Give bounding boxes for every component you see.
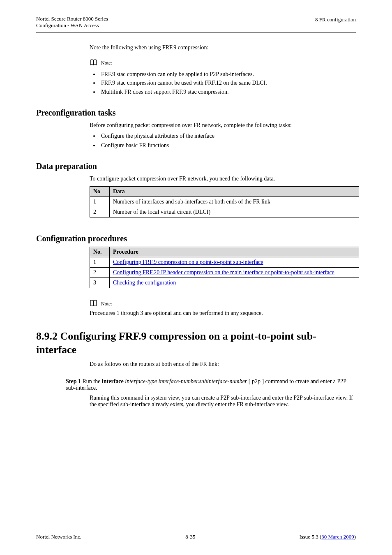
table-row: 3 Checking the configuration xyxy=(90,278,359,288)
table-row: 2 Number of the local virtual circuit (D… xyxy=(90,207,359,217)
preconfig-heading: Preconfiguration tasks xyxy=(36,108,356,118)
header-left-line1: Nortel Secure Router 8000 Series xyxy=(36,16,108,22)
cell-proc: Configuring FRF.20 IP header compression… xyxy=(110,268,359,278)
book-icon xyxy=(90,300,98,308)
preconfig-para: Before configuring packet compression ov… xyxy=(90,122,356,130)
table-row: 1 Configuring FRF.9 compression on a poi… xyxy=(90,257,359,268)
note-label: Note: xyxy=(101,60,112,66)
book-icon xyxy=(90,59,98,67)
footer-right: Issue 5.3 (30 March 2009) xyxy=(299,534,356,540)
cell-no: 2 xyxy=(90,268,110,278)
list-item: Configure the physical attributers of th… xyxy=(99,132,356,141)
note-list: FRF.9 stac compression can only be appli… xyxy=(99,70,356,97)
header-left: Nortel Secure Router 8000 Series Configu… xyxy=(36,16,108,29)
header-right: 8 FR configuration xyxy=(315,16,356,29)
note-label: Note: xyxy=(101,301,112,307)
cell-proc: Configuring FRF.9 compression on a point… xyxy=(110,257,359,268)
cell-data: Numbers of interfaces and sub-interfaces… xyxy=(110,197,359,207)
dataprep-heading: Data preparation xyxy=(36,162,356,171)
command-args: interface-type interface-number.subinter… xyxy=(124,378,247,384)
proc-link[interactable]: Checking the configuration xyxy=(113,280,176,286)
cell-no: 2 xyxy=(90,207,110,217)
step-prefix: Do as follows on the routers at both end… xyxy=(90,361,356,368)
note-block: Note: FRF.9 stac compression can only be… xyxy=(90,59,356,96)
proc-note-text: Procedures 1 through 3 are optional and … xyxy=(90,310,356,317)
cell-no: 1 xyxy=(90,257,110,268)
command-name: interface xyxy=(102,378,124,384)
dataprep-para: To configure packet compression over FR … xyxy=(90,175,356,183)
table-row: 1 Numbers of interfaces and sub-interfac… xyxy=(90,197,359,207)
header-right-line1: 8 FR configuration xyxy=(315,16,356,23)
step-1: Step 1 Run the interface interface-type … xyxy=(66,378,356,391)
confproc-table: No. Procedure 1 Configuring FRF.9 compre… xyxy=(90,247,359,288)
list-item: Configure basic FR functions xyxy=(99,141,356,150)
page-header: Nortel Secure Router 8000 Series Configu… xyxy=(0,0,392,32)
cell-data: Number of the local virtual circuit (DLC… xyxy=(110,207,359,217)
list-item: Multilink FR does not support FRF.9 stac… xyxy=(99,88,356,97)
footer-date-link[interactable]: 30 March 2009 xyxy=(321,534,354,540)
proc-link[interactable]: Configuring FRF.9 compression on a point… xyxy=(113,259,263,265)
footer-center: 8-35 xyxy=(81,534,299,540)
preconfig-list: Configure the physical attributers of th… xyxy=(99,132,356,150)
footer-rule xyxy=(36,531,356,531)
list-item: FRF.9 stac compression can only be appli… xyxy=(99,70,356,79)
confproc-heading: Configuration procedures xyxy=(36,234,356,243)
section-892-heading: 8.9.2 Configuring FRF.9 compression on a… xyxy=(36,330,356,356)
cell-proc: Checking the configuration xyxy=(110,278,359,288)
step-1-description: Running this command in system view, you… xyxy=(90,395,356,408)
step-text-run: Run the xyxy=(81,378,102,384)
table-header-row: No. Procedure xyxy=(90,247,359,257)
cell-no: 1 xyxy=(90,197,110,207)
dataprep-table: No Data 1 Numbers of interfaces and sub-… xyxy=(90,186,359,217)
list-item: FRF.9 stac compression cannot be used wi… xyxy=(99,79,356,88)
header-left-line2: Configuration - WAN Access xyxy=(36,22,108,29)
table-header-row: No Data xyxy=(90,187,359,197)
proc-link[interactable]: Configuring FRF.20 IP header compression… xyxy=(113,269,334,275)
footer-left: Nortel Networks Inc. xyxy=(36,534,81,540)
footer-right-prefix: Issue 5.3 ( xyxy=(299,534,321,540)
table-row: 2 Configuring FRF.20 IP header compressi… xyxy=(90,268,359,278)
col-header-no: No. xyxy=(90,247,110,257)
col-header-data: Data xyxy=(110,187,359,197)
col-header-proc: Procedure xyxy=(110,247,359,257)
proc-note: Note: Procedures 1 through 3 are optiona… xyxy=(90,300,356,317)
page-footer: Nortel Networks Inc. 8-35 Issue 5.3 (30 … xyxy=(36,531,356,540)
intro-sentence: Note the following when using FRF.9 comp… xyxy=(90,44,356,51)
col-header-no: No xyxy=(90,187,110,197)
step-label: Step 1 xyxy=(66,378,81,384)
footer-right-suffix: ) xyxy=(354,534,356,540)
cell-no: 3 xyxy=(90,278,110,288)
